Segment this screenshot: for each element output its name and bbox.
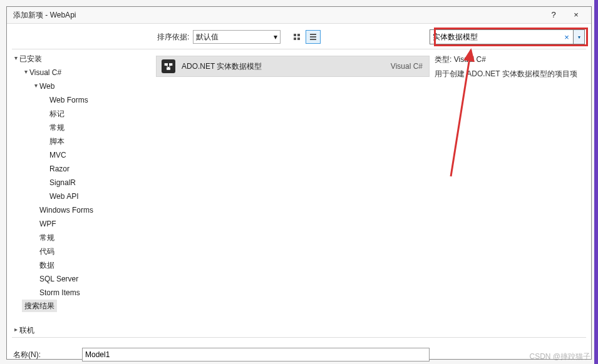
search-container: × ▾: [430, 29, 585, 44]
titlebar: 添加新项 - WebApi ? ×: [7, 7, 591, 24]
tree-web-api[interactable]: Web API: [42, 190, 156, 203]
chevron-down-icon: ▾: [578, 34, 580, 40]
tree-web-signalr[interactable]: SignalR: [42, 176, 156, 190]
tree-data[interactable]: 数据: [32, 258, 156, 272]
tree-web[interactable]: Web: [32, 79, 156, 93]
name-label: 名称(N):: [12, 350, 82, 360]
tree-wpf[interactable]: WPF: [32, 217, 156, 231]
tree-general[interactable]: 常规: [32, 231, 156, 245]
tree-header-spacer: [13, 36, 157, 38]
preview-pane: 类型: Visual C# 用于创建 ADO.NET 实体数据模型的项目项: [430, 49, 586, 337]
svg-rect-2: [167, 68, 170, 69]
tree-installed[interactable]: 已安装: [12, 52, 156, 66]
svg-rect-1: [169, 63, 172, 65]
tree-code[interactable]: 代码: [32, 245, 156, 258]
tree-web-razor[interactable]: Razor: [42, 162, 156, 176]
list-icon: [310, 34, 316, 40]
view-list-button[interactable]: [306, 30, 321, 44]
template-list: ADO.NET 实体数据模型 Visual C#: [156, 49, 430, 337]
sort-label: 排序依据:: [157, 32, 189, 43]
view-grid-button[interactable]: [289, 30, 304, 44]
search-dropdown-button[interactable]: ▾: [574, 29, 585, 44]
preview-description: 用于创建 ADO.NET 实体数据模型的项目项: [435, 69, 582, 79]
template-name: ADO.NET 实体数据模型: [182, 61, 391, 72]
tree-web-markup[interactable]: 标记: [42, 107, 156, 121]
template-language: Visual C#: [391, 62, 423, 71]
tree-search-results[interactable]: 搜索结果: [22, 300, 57, 312]
template-item-ado-edm[interactable]: ADO.NET 实体数据模型 Visual C#: [156, 56, 430, 77]
sort-dropdown[interactable]: 默认值 ▾: [193, 30, 281, 44]
tree-web-general[interactable]: 常规: [42, 121, 156, 134]
chevron-down-icon: ▾: [274, 33, 277, 41]
tree-web-scripts[interactable]: 脚本: [42, 134, 156, 148]
tree-storm[interactable]: Storm Items: [32, 286, 156, 300]
search-input[interactable]: [433, 31, 562, 43]
tree-web-forms[interactable]: Web Forms: [42, 93, 156, 107]
window-title: 添加新项 - WebApi: [13, 10, 542, 21]
preview-type-value: Visual C#: [454, 55, 486, 64]
tree-web-mvc[interactable]: MVC: [42, 148, 156, 162]
tree-csharp[interactable]: Visual C#: [22, 66, 156, 79]
vs-right-strip: [594, 0, 598, 364]
name-input[interactable]: [82, 348, 430, 361]
search-box[interactable]: ×: [430, 29, 574, 44]
grid-icon: [294, 34, 300, 40]
help-button[interactable]: ?: [542, 7, 565, 23]
category-tree: 已安装 Visual C# Web Web Forms 标记 常规 脚本 MVC: [12, 49, 156, 337]
tree-sqlserver[interactable]: SQL Server: [32, 272, 156, 286]
svg-rect-0: [165, 63, 168, 65]
close-button[interactable]: ×: [565, 7, 587, 23]
tree-winforms[interactable]: Windows Forms: [32, 203, 156, 217]
sort-controls: 排序依据: 默认值 ▾: [157, 30, 321, 44]
clear-search-icon[interactable]: ×: [562, 33, 572, 42]
edm-icon: [162, 59, 175, 73]
sort-value: 默认值: [196, 32, 219, 43]
tree-online[interactable]: 联机: [12, 323, 156, 337]
preview-type-label: 类型:: [435, 55, 451, 64]
dialog-window: 添加新项 - WebApi ? × 排序依据: 默认值 ▾: [6, 6, 592, 360]
